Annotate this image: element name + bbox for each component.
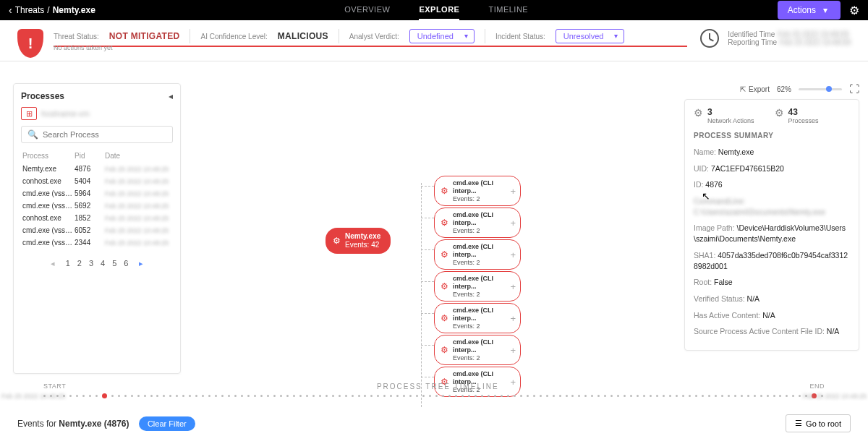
breadcrumb[interactable]: ‹ Threats / Nemty.exe (9, 4, 95, 16)
table-row[interactable]: cmd.exe (vssadmi...6052Feb 25 2022 10:48… (21, 224, 173, 236)
network-icon: ⚙ (694, 107, 703, 124)
page-5[interactable]: 5 (112, 259, 116, 268)
breadcrumb-current: Nemty.exe (53, 5, 95, 15)
processes-panel: Processes ◂ ⊞ hostname-vm 🔍 Process Pid … (13, 83, 181, 374)
processes-stat[interactable]: ⚙ 43Processes (775, 107, 819, 124)
page-4[interactable]: 4 (101, 259, 105, 268)
tree-icon: ☰ (795, 419, 802, 428)
gear-icon: ⚙ (441, 186, 448, 196)
tree-toolbar: ⇱Export 62% ⛶ (684, 83, 859, 95)
incident-status-dropdown[interactable]: Unresolved (556, 29, 625, 43)
table-row[interactable]: cmd.exe (vssadmi...5692Feb 25 2022 10:48… (21, 200, 173, 212)
table-row[interactable]: conhost.exe5404Feb 25 2022 10:48:25 (21, 175, 173, 187)
actions-button[interactable]: Actions ▾ (778, 1, 841, 20)
tree-child-node[interactable]: ⚙cmd.exe (CLI interp...Events: 2+ (434, 335, 521, 365)
collapse-icon[interactable]: ◂ (169, 91, 173, 101)
tab-timeline[interactable]: TIMELINE (488, 0, 528, 20)
page-prev[interactable]: ◂ (51, 259, 55, 268)
gear-icon: ⚙ (441, 345, 448, 355)
tree-child-node[interactable]: ⚙cmd.exe (CLI interp...Events: 2+ (434, 303, 521, 333)
tree-child-node[interactable]: ⚙cmd.exe (CLI interp...Events: 2+ (434, 176, 521, 206)
no-actions-text: No actions taken yet (54, 44, 687, 56)
page-2[interactable]: 2 (77, 259, 82, 268)
clock-icon (700, 29, 719, 48)
search-box[interactable]: 🔍 (21, 126, 173, 143)
table-row[interactable]: cmd.exe (vssadmi...2344Feb 25 2022 10:48… (21, 236, 173, 249)
table-row[interactable]: Nemty.exe4876Feb 25 2022 10:48:25 (21, 163, 173, 175)
tab-overview[interactable]: OVERVIEW (344, 0, 390, 20)
events-bar: Events for Nemty.exe (4876) Clear Filter… (0, 404, 868, 436)
table-row[interactable]: conhost.exe1852Feb 25 2022 10:48:25 (21, 212, 173, 224)
tab-explore[interactable]: EXPLORE (419, 0, 459, 20)
analyst-verdict-dropdown[interactable]: Undefined (409, 29, 475, 43)
nav-tabs: OVERVIEW EXPLORE TIMELINE (344, 0, 528, 20)
clear-filter-button[interactable]: Clear Filter (139, 416, 195, 431)
tree-child-node[interactable]: ⚙cmd.exe (CLI interp...Events: 2+ (434, 271, 521, 302)
process-tree[interactable]: ⚙ Nemty.exe Events: 42 ⚙cmd.exe (CLI int… (188, 83, 677, 374)
status-bar: ! Threat Status: NOT MITIGATED AI Confid… (0, 20, 868, 61)
processes-title: Processes (21, 91, 64, 101)
expand-plus-icon[interactable]: + (510, 218, 516, 228)
tree-root-node[interactable]: ⚙ Nemty.exe Events: 42 (326, 228, 391, 254)
events-for-label: Events for Nemty.exe (4876) (17, 419, 132, 429)
expand-plus-icon[interactable]: + (510, 313, 516, 324)
threat-shield-icon: ! (17, 29, 43, 58)
top-bar: ‹ Threats / Nemty.exe OVERVIEW EXPLORE T… (0, 0, 868, 20)
page-6[interactable]: 6 (124, 259, 128, 268)
network-actions-stat[interactable]: ⚙ 3Network Actions (694, 107, 754, 124)
go-to-root-button[interactable]: ☰ Go to root (786, 414, 851, 432)
processes-icon: ⚙ (775, 107, 784, 124)
threat-status: NOT MITIGATED (109, 31, 180, 41)
zoom-slider[interactable] (799, 88, 842, 90)
expand-plus-icon[interactable]: + (510, 345, 516, 356)
breadcrumb-root[interactable]: Threats (15, 5, 45, 15)
back-chevron-icon[interactable]: ‹ (9, 4, 12, 16)
gear-icon: ⚙ (441, 249, 448, 260)
page-next[interactable]: ▸ (139, 259, 143, 268)
export-button[interactable]: ⇱Export (740, 85, 770, 93)
page-1[interactable]: 1 (66, 259, 70, 268)
expand-plus-icon[interactable]: + (510, 281, 516, 292)
windows-icon: ⊞ (21, 107, 37, 120)
table-row[interactable]: cmd.exe (vssadmi...5964Feb 25 2022 10:48… (21, 187, 173, 200)
search-input[interactable] (43, 130, 166, 139)
gear-icon: ⚙ (441, 218, 448, 228)
summary-panel: ⚙ 3Network Actions ⚙ 43Processes PROCESS… (684, 99, 859, 351)
process-tree-timeline[interactable]: START PROCESS TREE TIMELINE END Feb 25 2… (0, 374, 868, 404)
search-icon: 🔍 (27, 129, 38, 140)
export-icon: ⇱ (740, 85, 746, 93)
settings-gear-icon[interactable]: ⚙ (849, 4, 859, 17)
expand-plus-icon[interactable]: + (510, 186, 516, 197)
zoom-value: 62% (777, 85, 791, 93)
tree-child-node[interactable]: ⚙cmd.exe (CLI interp...Events: 2+ (434, 208, 521, 238)
ai-confidence: MALICIOUS (278, 31, 328, 41)
tree-child-node[interactable]: ⚙cmd.exe (CLI interp...Events: 2+ (434, 239, 521, 270)
chevron-down-icon: ▾ (823, 5, 827, 15)
expand-plus-icon[interactable]: + (510, 249, 516, 260)
main-area: Processes ◂ ⊞ hostname-vm 🔍 Process Pid … (0, 61, 868, 374)
pagination: ◂ 123456 ▸ (21, 259, 173, 268)
page-3[interactable]: 3 (89, 259, 93, 268)
fullscreen-icon[interactable]: ⛶ (849, 83, 859, 95)
gear-icon: ⚙ (441, 281, 448, 291)
gear-icon: ⚙ (441, 313, 448, 323)
gear-icon: ⚙ (333, 236, 341, 246)
